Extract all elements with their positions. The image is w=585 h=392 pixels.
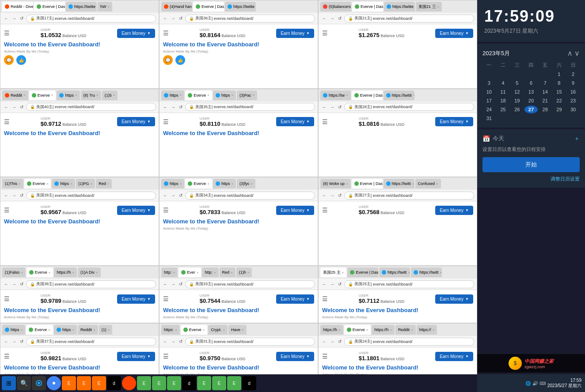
cal-day-17[interactable]: 17 — [482, 97, 496, 105]
forward-btn-13[interactable]: → — [11, 339, 17, 344]
taskbar-chrome[interactable] — [47, 376, 61, 390]
back-btn-2[interactable]: ← — [162, 16, 168, 21]
tab-falso-10[interactable]: (1)Falso× — [2, 268, 26, 277]
taskbar-cortana[interactable] — [32, 376, 46, 390]
earn-money-btn-8[interactable]: Earn Money ▼ — [276, 206, 314, 215]
earn-money-btn-14[interactable]: Earn Money ▼ — [276, 352, 314, 361]
settings-link[interactable]: 调整日历设置 — [482, 176, 580, 182]
tab-httpsr-15[interactable]: https://× — [417, 325, 437, 335]
calendar-prev-btn[interactable]: ∧ — [567, 49, 573, 57]
url-box-15[interactable]: 🔒 美国24主 | everve.net/dashboard/ — [344, 338, 474, 346]
earn-money-btn-3[interactable]: Earn Money ▼ — [435, 29, 473, 38]
taskbar-reddit[interactable] — [122, 376, 136, 390]
tab-everve-7[interactable]: Everve× — [24, 179, 51, 188]
forward-btn-14[interactable]: → — [170, 339, 176, 344]
taskbar-browser-3[interactable]: E — [92, 376, 106, 390]
taskbar-search[interactable]: 🔍 — [17, 376, 31, 390]
tab-http2-11[interactable]: http:× — [202, 268, 218, 277]
tab-everve-9[interactable]: Everve | Dash× — [352, 179, 383, 188]
tab-meiguo21[interactable]: 美国21 三× — [416, 2, 442, 11]
cal-day-11[interactable]: 11 — [497, 88, 510, 96]
tab-https-14[interactable]: https:× — [161, 325, 180, 335]
tab-ever-11[interactable]: Ever× — [179, 268, 201, 277]
menu-icon-10[interactable]: ☰ — [4, 295, 10, 302]
cal-day-7[interactable]: 7 — [539, 79, 552, 87]
earn-money-btn-1[interactable]: Earn Money ▼ — [117, 29, 155, 38]
tab-red-7[interactable]: Red× — [96, 179, 112, 188]
cal-day-20[interactable]: 20 — [524, 97, 538, 105]
back-btn-5[interactable]: ← — [162, 105, 168, 109]
cal-day-4[interactable]: 4 — [497, 79, 510, 87]
tab-twitter-12[interactable]: https://twitt× — [379, 268, 410, 277]
tab-everve-4[interactable]: Everve× — [29, 90, 56, 100]
reload-btn-8[interactable]: ↺ — [178, 193, 183, 198]
cal-day-6[interactable]: 6 — [524, 79, 538, 87]
taskbar-tiktok[interactable]: d — [107, 376, 121, 390]
tab-reddit[interactable]: Reddit - Dive× — [2, 2, 33, 11]
earn-money-btn-9[interactable]: Earn Money ▼ — [435, 206, 473, 215]
tab-httpsh-15[interactable]: https://h× — [320, 325, 343, 335]
taskbar-e1[interactable]: E — [137, 376, 151, 390]
earn-money-btn-2[interactable]: Earn Money ▼ — [276, 29, 314, 38]
tab-reddit-15[interactable]: Reddit× — [395, 325, 416, 335]
tab-hand[interactable]: (4)Hand han× — [161, 2, 192, 11]
menu-icon-15[interactable]: ☰ — [322, 353, 328, 360]
reload-btn-5[interactable]: ↺ — [178, 105, 183, 109]
reload-btn-13[interactable]: ↺ — [19, 339, 24, 344]
tab-twitter-6[interactable]: https://twitti× — [384, 90, 414, 100]
url-box-8[interactable]: 🔒 美国34主 | everve.net/dashboard/ — [185, 192, 315, 200]
tab-https-6[interactable]: https://tw× — [320, 90, 351, 100]
reload-btn-6[interactable]: ↺ — [337, 105, 342, 109]
cal-day-1[interactable]: 1 — [553, 70, 566, 78]
menu-icon-12[interactable]: ☰ — [322, 295, 328, 302]
tab-http-11[interactable]: http:× — [161, 268, 178, 277]
earn-money-btn-6[interactable]: Earn Money ▼ — [435, 117, 473, 126]
cal-day-13[interactable]: 13 — [524, 88, 538, 96]
forward-btn-8[interactable]: → — [170, 193, 176, 198]
reload-btn-10[interactable]: ↺ — [19, 282, 24, 286]
menu-icon-3[interactable]: ☰ — [322, 30, 328, 37]
back-btn-7[interactable]: ← — [3, 193, 9, 198]
cal-day-28[interactable]: 28 — [539, 106, 552, 113]
url-box-4[interactable]: 🔒 美国40主 | everve.net/dashboard/ — [26, 103, 156, 111]
tab-everve-5[interactable]: Everve× — [185, 90, 212, 100]
menu-icon-1[interactable]: ☰ — [4, 30, 10, 37]
taskbar-e5[interactable]: E — [212, 376, 226, 390]
menu-icon-7[interactable]: ☰ — [4, 207, 10, 214]
forward-btn-6[interactable]: → — [329, 105, 335, 109]
calendar-next-btn[interactable]: ∨ — [574, 49, 580, 57]
tab-everve-14[interactable]: Everve× — [181, 325, 208, 335]
cal-day-23[interactable]: 23 — [566, 97, 580, 105]
tab-https2-8[interactable]: https× — [213, 179, 236, 188]
cal-day-22[interactable]: 22 — [553, 97, 566, 105]
reload-btn-4[interactable]: ↺ — [19, 105, 24, 109]
taskbar-e6[interactable]: E — [227, 376, 241, 390]
back-btn[interactable]: ← — [3, 16, 9, 21]
start-btn[interactable]: 开始 — [482, 157, 580, 172]
cal-day-25[interactable]: 25 — [497, 106, 510, 113]
back-btn-3[interactable]: ← — [321, 16, 327, 21]
tab-everve-3[interactable]: Everve | Dash× — [352, 2, 383, 11]
tab-3fyc-8[interactable]: (3)fyc× — [237, 179, 255, 188]
cal-day-15[interactable]: 15 — [553, 88, 566, 96]
tab-everve-12[interactable]: Everve | Dash× — [347, 268, 378, 277]
back-btn-14[interactable]: ← — [162, 339, 168, 344]
tab-https2-13[interactable]: https× — [54, 325, 77, 335]
forward-btn-3[interactable]: → — [329, 16, 335, 21]
url-box-14[interactable]: 🔒 美国31主 | everve.net/dashboard/ — [185, 338, 315, 346]
cal-day-31[interactable]: 31 — [482, 114, 496, 122]
cal-day-30[interactable]: 30 — [566, 106, 580, 113]
url-box-3[interactable]: 🔒 美国21主 | everve.net/dashboard/ — [344, 15, 474, 23]
taskbar-e2[interactable]: E — [152, 376, 166, 390]
tab-confused-9[interactable]: Confused× — [415, 179, 441, 188]
tab-twitter[interactable]: https://twitte× — [66, 2, 97, 11]
url-box-6[interactable]: 🔒 美国28主 | everve.net/dashboard/ — [344, 103, 474, 111]
tab-15-4[interactable]: (1)5× — [102, 90, 118, 100]
taskbar-browser-2[interactable]: E — [77, 376, 91, 390]
reload-btn-14[interactable]: ↺ — [178, 339, 183, 344]
forward-btn-9[interactable]: → — [329, 193, 335, 198]
cal-day-24[interactable]: 24 — [482, 106, 496, 113]
cal-day-26[interactable]: 26 — [510, 106, 524, 113]
url-box-13[interactable]: 🔒 美国37主 | everve.net/dashboard/ — [26, 338, 156, 346]
forward-btn-10[interactable]: → — [11, 282, 17, 286]
